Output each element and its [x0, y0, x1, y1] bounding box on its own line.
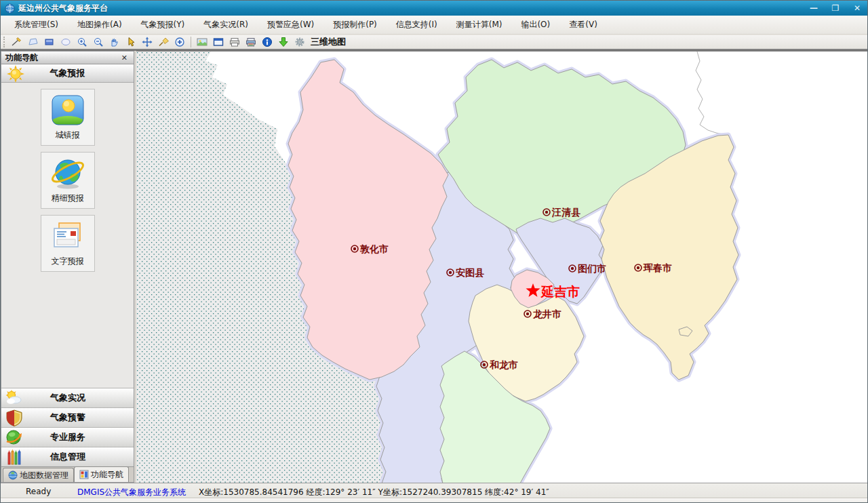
sun-icon: [7, 65, 24, 83]
menu-forecast[interactable]: 气象预报(Y): [132, 16, 195, 33]
tab-label: 地图数据管理: [20, 470, 68, 481]
window-view-icon[interactable]: [210, 35, 226, 49]
draw-polygon-icon[interactable]: [25, 35, 41, 49]
clear-brush-icon[interactable]: [155, 35, 172, 49]
toolbar-separator: [191, 37, 191, 47]
image-export-icon[interactable]: [194, 35, 210, 49]
text-document-icon: [50, 218, 85, 254]
menu-map-ops[interactable]: 地图操作(A): [68, 16, 132, 33]
city-label-wangqing: 汪清县: [551, 207, 580, 218]
section-live-weather[interactable]: 气象实况: [1, 388, 134, 407]
menu-forecast-making[interactable]: 预报制作(P): [323, 16, 387, 33]
city-label-longjing: 龙井市: [532, 308, 561, 319]
city-label-yanji: 延吉市: [540, 284, 580, 299]
menu-output[interactable]: 输出(O): [511, 16, 559, 33]
color-pencils-icon: [5, 449, 23, 466]
maximize-button[interactable]: ❐: [829, 3, 842, 13]
section-weather-warning[interactable]: 气象预警: [1, 407, 134, 427]
app-globe-icon: [5, 3, 15, 14]
move-icon[interactable]: [139, 35, 155, 49]
forecast-buttons: 城镇报 精细预报: [1, 83, 134, 272]
section-label: 气象预警: [50, 411, 85, 424]
city-label-hunchun: 珲春市: [643, 262, 672, 273]
download-arrow-icon[interactable]: [275, 35, 292, 49]
panel-close-icon[interactable]: ✕: [119, 54, 130, 62]
info-icon[interactable]: [259, 35, 275, 49]
settings-gear-icon[interactable]: [292, 35, 308, 49]
sidebar-spacer: [1, 272, 134, 388]
draw-line-icon[interactable]: [9, 35, 25, 49]
map-viewport[interactable]: 汪清县 敦化市 安图县 图们市 珲春市 龙井市 和龙市 延吉市: [136, 51, 867, 483]
function-nav-form-icon: [79, 470, 89, 479]
warning-shield-icon: [5, 409, 23, 426]
button-label: 精细预报: [52, 193, 84, 204]
zoom-out-icon[interactable]: [90, 35, 106, 49]
status-subbar: [1, 498, 868, 503]
title-bar: 延边州公共气象服务平台 — ❐ ✕: [1, 1, 868, 16]
section-label: 气象实况: [50, 392, 85, 404]
menu-warning[interactable]: 预警应急(W): [258, 16, 323, 33]
city-label-antu: 安图县: [456, 267, 484, 278]
text-forecast-button[interactable]: 文字预报: [41, 215, 95, 272]
toolbar: 三维地图: [1, 35, 868, 49]
app-window: { "window": { "title": "延边州公共气象服务平台", "c…: [0, 0, 868, 503]
city-forecast-icon: [50, 92, 85, 127]
close-button[interactable]: ✕: [851, 3, 863, 13]
minimize-button[interactable]: —: [808, 3, 820, 13]
city-label-helong: 和龙市: [489, 359, 518, 370]
status-system-name: DMGIS公共气象服务业务系统: [77, 487, 186, 498]
work-area: 功能导航 ✕ 气象预报: [1, 51, 868, 483]
tab-label: 功能导航: [91, 469, 123, 481]
toolbar-grip: [3, 37, 5, 47]
section-label: 信息管理: [50, 451, 85, 463]
sidebar-tabs: 地图数据管理 功能导航: [1, 466, 134, 482]
tab-function-nav[interactable]: 功能导航: [74, 466, 129, 482]
map-data-globe-icon: [8, 470, 18, 480]
map-canvas[interactable]: 汪清县 敦化市 安图县 图们市 珲春市 龙井市 和龙市 延吉市: [136, 52, 867, 483]
menu-system[interactable]: 系统管理(S): [5, 16, 68, 33]
menu-view[interactable]: 查看(V): [559, 16, 607, 33]
menu-bar: 系统管理(S) 地图操作(A) 气象预报(Y) 气象实况(R) 预警应急(W) …: [1, 16, 868, 35]
tab-map-data-management[interactable]: 地图数据管理: [3, 468, 74, 482]
map3d-button[interactable]: 三维地图: [311, 36, 346, 48]
pan-hand-icon[interactable]: [106, 35, 123, 49]
globe-ring-icon: [50, 155, 85, 190]
zoom-full-icon[interactable]: [172, 35, 188, 49]
window-title: 延边州公共气象服务平台: [18, 3, 108, 14]
sun-cloud-icon: [5, 390, 23, 406]
button-label: 城镇报: [56, 129, 80, 141]
city-label-tumen: 图们市: [578, 263, 606, 274]
function-nav-panel: 功能导航 ✕ 气象预报: [1, 51, 134, 483]
draw-rectangle-icon[interactable]: [41, 35, 58, 49]
section-professional-service[interactable]: 专业服务: [1, 427, 134, 447]
section-label: 专业服务: [50, 431, 85, 443]
menu-live-weather[interactable]: 气象实况(R): [194, 16, 258, 33]
menu-info-support[interactable]: 信息支持(I): [387, 16, 447, 33]
draw-ellipse-icon[interactable]: [58, 35, 74, 49]
river-line: [696, 52, 724, 134]
button-label: 文字预报: [52, 256, 84, 267]
globe-arrow-icon: [5, 429, 23, 446]
print-color-icon[interactable]: [243, 35, 259, 49]
status-bar: Ready DMGIS公共气象服务业务系统 X坐标:1530785.845417…: [1, 483, 868, 503]
menu-measure[interactable]: 测量计算(M): [447, 16, 512, 33]
panel-header: 功能导航 ✕: [1, 52, 134, 64]
section-weather-forecast[interactable]: 气象预报: [1, 64, 134, 83]
fine-forecast-button[interactable]: 精细预报: [41, 152, 95, 209]
section-info-management[interactable]: 信息管理: [1, 447, 134, 466]
select-arrow-icon[interactable]: [123, 35, 139, 49]
panel-title: 功能导航: [5, 52, 119, 64]
status-coordinates: X坐标:1530785.84541796 经度:129° 23′ 11″ Y坐标…: [199, 487, 549, 498]
zoom-in-icon[interactable]: [74, 35, 90, 49]
city-forecast-button[interactable]: 城镇报: [41, 89, 95, 146]
print-icon[interactable]: [226, 35, 243, 49]
status-ready: Ready: [26, 487, 51, 496]
city-label-dunhua: 敦化市: [359, 243, 389, 254]
